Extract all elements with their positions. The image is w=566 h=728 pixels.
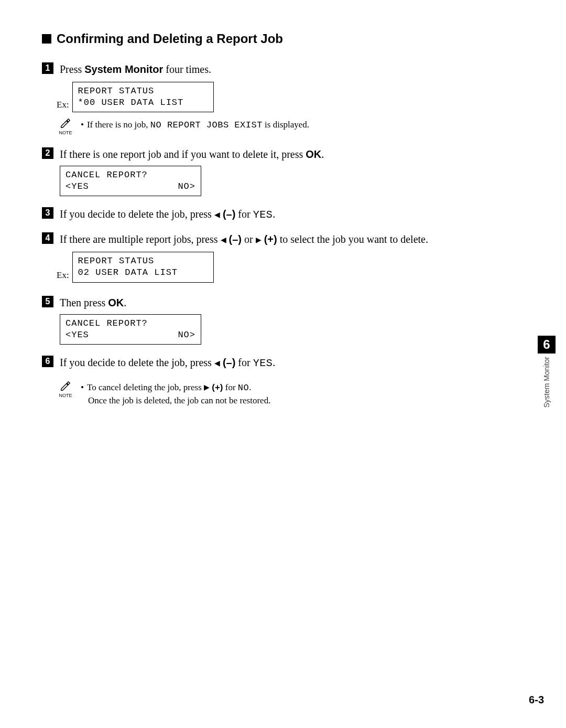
note-2: NOTE •To cancel deleting the job, press … [59,380,519,408]
button-name: System Monitor [84,63,163,75]
text: . [321,148,324,160]
step-6: 6 If you decide to delete the job, press… [42,354,519,372]
button-name: OK [108,297,124,308]
triangle-left-icon [214,208,220,220]
step-body: Then press OK. [60,294,519,311]
text: If you decide to delete the job, press [60,357,214,368]
triangle-left-icon [221,233,226,245]
minus-label: (–) [223,357,235,368]
step-4: 4 If there are multiple report jobs, pre… [42,231,519,248]
lcd-display: CANCEL REPORT? <YESNO> [60,166,201,196]
triangle-left-icon [214,357,220,368]
note-text: Once the job is deleted, the job can not… [81,394,270,408]
pencil-icon [60,380,71,392]
note-icon-group: NOTE [59,117,72,135]
text: or [242,233,256,245]
step-5: 5 Then press OK. [42,294,519,311]
step-number-6: 6 [42,356,53,367]
minus-label: (–) [223,208,235,220]
lcd-line: CANCEL REPORT? [66,169,195,181]
note-text: If there is no job, NO REPORT JOBS EXIST… [87,119,309,132]
section-title: Confirming and Deleting a Report Job [42,31,519,46]
page-number: 6-3 [529,694,544,706]
ex-label: Ex: [57,100,69,112]
plus-label: (+) [264,233,277,245]
step-1: 1 Press System Monitor four times. [42,61,519,78]
text: If there is one report job and if you wa… [60,148,306,160]
lcd-line: *00 USER DATA LIST [78,97,208,109]
step-body: If there is one report job and if you wa… [60,146,519,163]
step-body: If there are multiple report jobs, press… [60,231,519,248]
note-content: •To cancel deleting the job, press (+) f… [81,380,270,408]
button-name: OK [306,148,321,160]
yes-label: YES [253,357,273,369]
text: . [273,208,275,220]
minus-label: (–) [229,233,242,245]
text: four times. [163,63,211,75]
lcd-line: 02 USER DATA LIST [78,267,208,279]
lcd-line: REPORT STATUS [78,85,208,97]
text: . [124,297,126,308]
text: If there are multiple report jobs, press [60,233,221,245]
square-bullet-icon [42,34,51,44]
note-icon-group: NOTE [59,380,72,398]
note-text: To cancel deleting the job, press (+) fo… [87,381,252,395]
pencil-icon [60,117,71,129]
lcd-line: <YESNO> [66,181,195,192]
lcd-display: REPORT STATUS *00 USER DATA LIST [72,82,214,112]
bullet-icon: • [81,119,84,132]
step-body: If you decide to delete the job, press (… [60,206,519,223]
note-label: NOTE [59,393,72,398]
section-title-text: Confirming and Deleting a Report Job [57,31,283,46]
triangle-right-icon [204,382,210,392]
lcd-line: CANCEL REPORT? [66,318,195,329]
step-body: Press System Monitor four times. [60,61,519,78]
chapter-number: 6 [538,336,556,354]
step-number-1: 1 [42,62,53,74]
lcd-display: CANCEL REPORT? <YESNO> [60,314,201,345]
yes-label: YES [253,209,273,221]
step-3: 3 If you decide to delete the job, press… [42,206,519,223]
lcd-line: <YESNO> [66,329,195,341]
lcd-line: REPORT STATUS [78,255,208,267]
bullet-icon: • [81,381,84,395]
lcd-example-4: Ex: REPORT STATUS 02 USER DATA LIST [57,252,519,282]
note-label: NOTE [59,130,72,135]
step-body: If you decide to delete the job, press (… [60,354,519,372]
note-1: NOTE •If there is no job, NO REPORT JOBS… [59,117,519,135]
text: If you decide to delete the job, press [60,208,214,220]
ex-label: Ex: [57,270,69,283]
step-number-3: 3 [42,207,53,219]
text: for [235,208,253,220]
step-number-4: 4 [42,232,53,244]
step-2: 2 If there is one report job and if you … [42,146,519,163]
text: . [273,357,275,368]
note-content: •If there is no job, NO REPORT JOBS EXIS… [81,117,309,132]
lcd-display: REPORT STATUS 02 USER DATA LIST [72,252,214,282]
text: Press [60,63,84,75]
text: Then press [60,297,108,308]
step-number-2: 2 [42,147,53,159]
text: to select the job you want to delete. [277,233,428,245]
chapter-label: System Monitor [542,357,551,408]
triangle-right-icon [256,233,262,245]
text: for [235,357,253,368]
step-number-5: 5 [42,296,53,307]
lcd-example-1: Ex: REPORT STATUS *00 USER DATA LIST [57,82,519,112]
side-tab: 6 System Monitor [538,336,556,408]
